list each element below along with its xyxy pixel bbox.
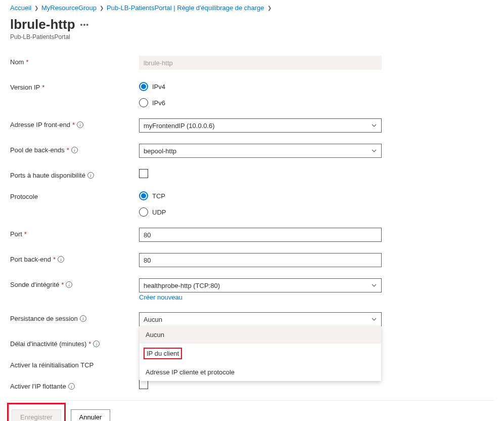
info-icon[interactable]: i bbox=[87, 172, 94, 179]
session-persistence-value: Aucun bbox=[144, 316, 162, 323]
breadcrumb: Accueil ❯ MyResourceGroup ❯ Pub-LB-Patie… bbox=[10, 4, 494, 12]
ipv4-radio-label: IPv4 bbox=[152, 83, 165, 91]
backend-pool-dropdown[interactable]: bepool-http bbox=[139, 144, 382, 158]
frontend-ip-dropdown[interactable]: myFrontendIP (10.0.0.6) bbox=[139, 118, 382, 133]
radio-selected-icon bbox=[139, 191, 148, 200]
required-indicator: * bbox=[53, 256, 56, 263]
backend-pool-value: bepool-http bbox=[144, 147, 176, 155]
required-indicator: * bbox=[24, 230, 27, 238]
udp-radio-label: UDP bbox=[152, 208, 166, 216]
option-none[interactable]: Aucun bbox=[140, 326, 381, 344]
required-indicator: * bbox=[72, 121, 75, 129]
page-subtitle: Pub-LB-PatientsPortal bbox=[10, 33, 494, 40]
ha-ports-label: Ports à haute disponibilité bbox=[10, 172, 85, 179]
ipv6-radio-label: IPv6 bbox=[152, 99, 165, 107]
cancel-button[interactable]: Annuler bbox=[71, 409, 111, 421]
health-probe-dropdown[interactable]: healthprobe-http (TCP:80) bbox=[139, 278, 382, 292]
radio-unselected-icon bbox=[139, 98, 148, 107]
tcp-radio[interactable]: TCP bbox=[139, 191, 382, 200]
breadcrumb-lb-rule[interactable]: Pub-LB-PatientsPortal | Règle d'équilibr… bbox=[107, 4, 264, 12]
tcp-radio-label: TCP bbox=[152, 192, 165, 200]
chevron-down-icon bbox=[371, 316, 377, 322]
chevron-right-icon: ❯ bbox=[34, 5, 38, 11]
radio-unselected-icon bbox=[139, 207, 148, 217]
breadcrumb-home[interactable]: Accueil bbox=[10, 4, 31, 12]
required-indicator: * bbox=[42, 83, 44, 91]
session-persistence-dropdown[interactable]: Aucun Aucun IP du client Adresse IP clie… bbox=[139, 312, 382, 326]
info-icon[interactable]: i bbox=[77, 121, 83, 128]
required-indicator: * bbox=[67, 146, 69, 154]
highlight-box: IP du client bbox=[144, 348, 182, 359]
name-label: Nom bbox=[10, 58, 24, 66]
name-input bbox=[139, 56, 382, 70]
backend-port-label: Port back-end bbox=[10, 256, 51, 263]
divider bbox=[10, 400, 494, 401]
idle-timeout-label: Délai d'inactivité (minutes) bbox=[10, 340, 86, 348]
health-probe-value: healthprobe-http (TCP:80) bbox=[144, 282, 220, 289]
backend-pool-label: Pool de back-ends bbox=[10, 146, 65, 154]
session-persistence-options: Aucun IP du client Adresse IP cliente et… bbox=[140, 326, 381, 381]
udp-radio[interactable]: UDP bbox=[139, 207, 382, 217]
more-actions-icon[interactable]: ••• bbox=[80, 21, 89, 29]
floating-ip-label: Activer l'IP flottante bbox=[10, 383, 66, 390]
info-icon[interactable]: i bbox=[71, 147, 78, 153]
ha-ports-checkbox[interactable] bbox=[139, 169, 148, 178]
required-indicator: * bbox=[88, 340, 91, 348]
required-indicator: * bbox=[26, 58, 28, 66]
save-button[interactable]: Enregistrer bbox=[12, 409, 61, 421]
frontend-ip-label: Adresse IP front-end bbox=[10, 121, 70, 129]
info-icon[interactable]: i bbox=[58, 256, 64, 263]
port-input[interactable] bbox=[139, 228, 382, 242]
frontend-ip-value: myFrontendIP (10.0.0.6) bbox=[144, 122, 215, 130]
ipv6-radio[interactable]: IPv6 bbox=[139, 98, 382, 107]
option-client-ip[interactable]: IP du client bbox=[140, 344, 381, 363]
chevron-right-icon: ❯ bbox=[267, 5, 271, 11]
protocol-label: Protocole bbox=[10, 193, 38, 200]
highlight-box: Enregistrer bbox=[7, 403, 66, 421]
port-label: Port bbox=[10, 230, 22, 238]
tcp-reset-label: Activer la réinitialisation TCP bbox=[10, 361, 94, 369]
info-icon[interactable]: i bbox=[68, 383, 75, 390]
breadcrumb-resource-group[interactable]: MyResourceGroup bbox=[41, 4, 97, 12]
create-new-probe-link[interactable]: Créer nouveau bbox=[139, 293, 182, 301]
ip-version-label: Version IP bbox=[10, 83, 40, 91]
info-icon[interactable]: i bbox=[66, 281, 72, 288]
chevron-right-icon: ❯ bbox=[100, 5, 104, 11]
session-persistence-label: Persistance de session bbox=[10, 315, 78, 322]
health-probe-label: Sonde d'intégrité bbox=[10, 281, 59, 288]
info-icon[interactable]: i bbox=[93, 341, 100, 347]
floating-ip-checkbox[interactable] bbox=[139, 380, 148, 389]
chevron-down-icon bbox=[371, 282, 377, 288]
radio-selected-icon bbox=[139, 82, 148, 91]
chevron-down-icon bbox=[371, 122, 377, 129]
ipv4-radio[interactable]: IPv4 bbox=[139, 82, 382, 91]
required-indicator: * bbox=[61, 281, 64, 288]
chevron-down-icon bbox=[371, 148, 377, 154]
option-client-ip-protocol[interactable]: Adresse IP cliente et protocole bbox=[140, 363, 381, 381]
page-title: lbrule-http bbox=[10, 17, 75, 32]
info-icon[interactable]: i bbox=[80, 315, 86, 322]
backend-port-input[interactable] bbox=[139, 253, 382, 267]
